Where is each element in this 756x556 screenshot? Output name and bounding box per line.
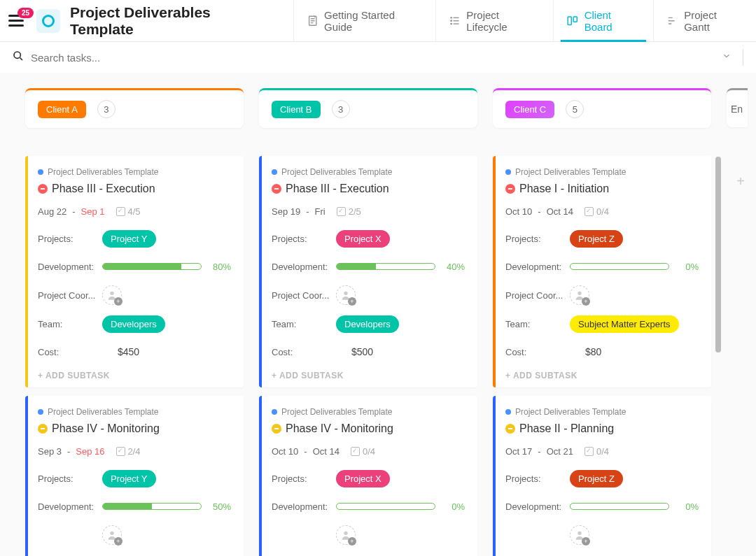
- card-breadcrumb: Project Deliverables Template: [505, 167, 699, 177]
- progress-bar: [102, 503, 202, 510]
- svg-point-1: [451, 17, 451, 17]
- tab-getting-started[interactable]: Getting Started Guide: [293, 0, 435, 41]
- task-card[interactable]: Project Deliverables Template Phase IV -…: [25, 396, 244, 556]
- task-card[interactable]: Project Deliverables Template Phase IV -…: [259, 396, 477, 556]
- column-count: 5: [566, 100, 584, 118]
- card-breadcrumb: Project Deliverables Template: [272, 167, 465, 177]
- field-development: Development:50%: [38, 497, 231, 515]
- card-list: Project Deliverables Template Phase I - …: [493, 156, 711, 556]
- check-icon: [351, 447, 360, 456]
- project-pill[interactable]: Project Z: [570, 470, 623, 487]
- card-title-row: Phase III - Execution: [38, 183, 231, 195]
- card-title: Phase III - Execution: [286, 183, 389, 195]
- column-header[interactable]: Client C 5: [493, 88, 711, 128]
- card-dates: Oct 10-Oct 140/4: [505, 206, 699, 217]
- field-projects: Projects:Project X: [272, 229, 465, 248]
- field-projects: Projects:Project X: [272, 469, 465, 487]
- svg-point-10: [344, 532, 347, 535]
- card-title: Phase III - Execution: [52, 183, 155, 195]
- scrollbar-thumb[interactable]: [715, 157, 721, 352]
- status-icon: [38, 184, 48, 194]
- checklist-count: 2/5: [337, 206, 361, 217]
- circle-icon: [42, 15, 55, 27]
- team-pill[interactable]: Subject Matter Experts: [570, 315, 679, 333]
- assignee-placeholder[interactable]: [336, 525, 356, 545]
- cost-value: $450: [118, 346, 139, 357]
- space-logo[interactable]: [36, 9, 60, 33]
- divider: [743, 49, 743, 66]
- field-projects: Projects:Project Z: [505, 469, 699, 487]
- field-projects: Projects:Project Z: [505, 229, 699, 248]
- dot-icon: [38, 169, 43, 175]
- tab-label: Project Lifecycle: [466, 9, 540, 33]
- tab-label: Getting Started Guide: [324, 9, 423, 33]
- assignee-placeholder[interactable]: [102, 285, 122, 305]
- progress-bar: [570, 503, 669, 510]
- checklist-count: 0/4: [351, 446, 375, 457]
- card-breadcrumb: Project Deliverables Template: [272, 407, 465, 417]
- assignee-placeholder[interactable]: [336, 285, 356, 305]
- dot-icon: [272, 169, 277, 175]
- project-pill[interactable]: Project Y: [102, 230, 156, 248]
- field-team: Team:Developers: [38, 315, 231, 333]
- field-coordinator: Project Coor...: [272, 285, 465, 305]
- field-development: Development:0%: [505, 257, 699, 276]
- task-card[interactable]: Project Deliverables Template Phase I - …: [493, 156, 711, 387]
- column-header[interactable]: Client B 3: [259, 88, 477, 128]
- status-icon: [272, 184, 281, 194]
- column-count: 3: [97, 100, 115, 118]
- tab-client-board[interactable]: Client Board: [553, 0, 652, 41]
- progress-bar: [102, 263, 202, 270]
- field-team: Team:Subject Matter Experts: [505, 315, 699, 333]
- list-icon: [449, 15, 461, 27]
- card-dates: Sep 3-Sep 162/4: [38, 446, 231, 457]
- team-pill[interactable]: Developers: [102, 315, 165, 333]
- add-subtask-button[interactable]: + ADD SUBTASK: [505, 371, 699, 380]
- field-development: Development:80%: [38, 257, 231, 276]
- card-title: Phase II - Planning: [519, 422, 614, 435]
- project-pill[interactable]: Project Y: [102, 470, 156, 487]
- column-tag: Client A: [38, 101, 86, 118]
- project-pill[interactable]: Project X: [336, 470, 390, 487]
- menu-button[interactable]: 25: [8, 15, 24, 27]
- check-icon: [116, 207, 125, 216]
- column-count: 3: [332, 100, 350, 118]
- kanban-board: Client A 3 Project Deliverables Template…: [0, 73, 756, 556]
- search-input[interactable]: [31, 52, 722, 64]
- task-card[interactable]: Project Deliverables Template Phase II -…: [493, 396, 711, 556]
- progress-bar: [570, 263, 669, 270]
- task-card[interactable]: Project Deliverables Template Phase III …: [25, 156, 244, 387]
- field-cost: Cost:$500: [272, 343, 465, 361]
- column-extra: En: [727, 88, 748, 556]
- tab-project-gantt[interactable]: Project Gantt: [653, 0, 756, 41]
- dot-icon: [38, 409, 43, 415]
- project-pill[interactable]: Project X: [336, 230, 390, 248]
- cost-value: $500: [351, 346, 373, 357]
- assignee-placeholder[interactable]: [570, 285, 589, 305]
- document-icon: [307, 15, 318, 27]
- card-dates: Sep 19-Fri2/5: [272, 206, 465, 217]
- add-subtask-button[interactable]: + ADD SUBTASK: [38, 371, 231, 380]
- assignee-placeholder[interactable]: [570, 525, 589, 545]
- add-subtask-button[interactable]: + ADD SUBTASK: [272, 371, 465, 380]
- team-pill[interactable]: Developers: [336, 315, 399, 333]
- task-card[interactable]: Project Deliverables Template Phase III …: [259, 156, 477, 387]
- scrollbar[interactable]: [715, 157, 721, 352]
- tab-project-lifecycle[interactable]: Project Lifecycle: [435, 0, 553, 41]
- column-client-b: Client B 3 Project Deliverables Template…: [259, 88, 477, 556]
- svg-point-9: [344, 292, 347, 295]
- view-tabs: Getting Started Guide Project Lifecycle …: [293, 0, 756, 41]
- field-projects: Projects:Project Y: [38, 469, 231, 487]
- card-breadcrumb: Project Deliverables Template: [505, 407, 699, 417]
- assignee-placeholder[interactable]: [102, 525, 122, 545]
- field-development: Development:40%: [272, 257, 465, 276]
- column-header[interactable]: Client A 3: [25, 88, 244, 128]
- field-development: Development:0%: [272, 497, 465, 515]
- project-pill[interactable]: Project Z: [570, 230, 623, 248]
- chevron-down-icon[interactable]: [722, 51, 732, 64]
- progress-percent: 80%: [207, 262, 231, 272]
- svg-point-6: [14, 52, 20, 58]
- add-column-icon[interactable]: +: [736, 173, 745, 190]
- column-tag: Client B: [272, 101, 321, 118]
- column-header-peek[interactable]: En: [727, 88, 748, 127]
